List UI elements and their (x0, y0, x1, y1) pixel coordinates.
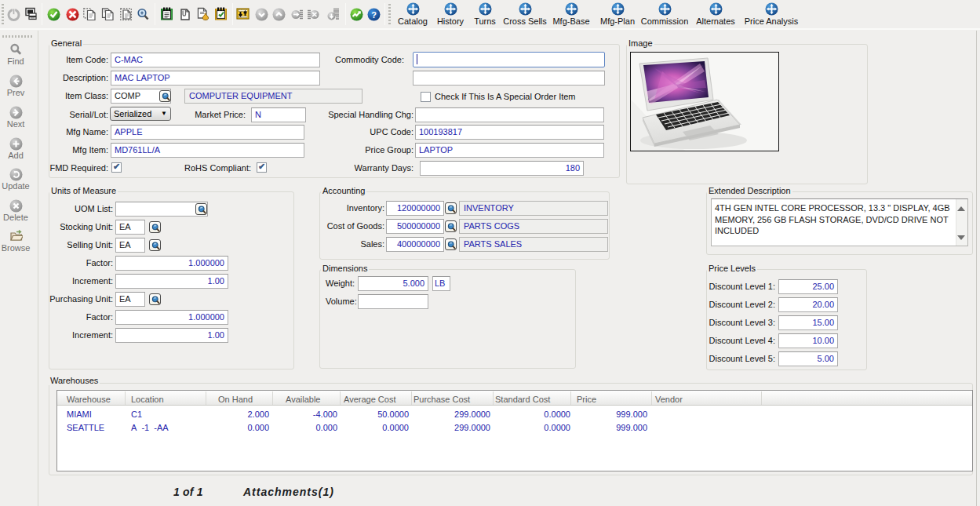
svg-text:?: ? (371, 10, 377, 20)
